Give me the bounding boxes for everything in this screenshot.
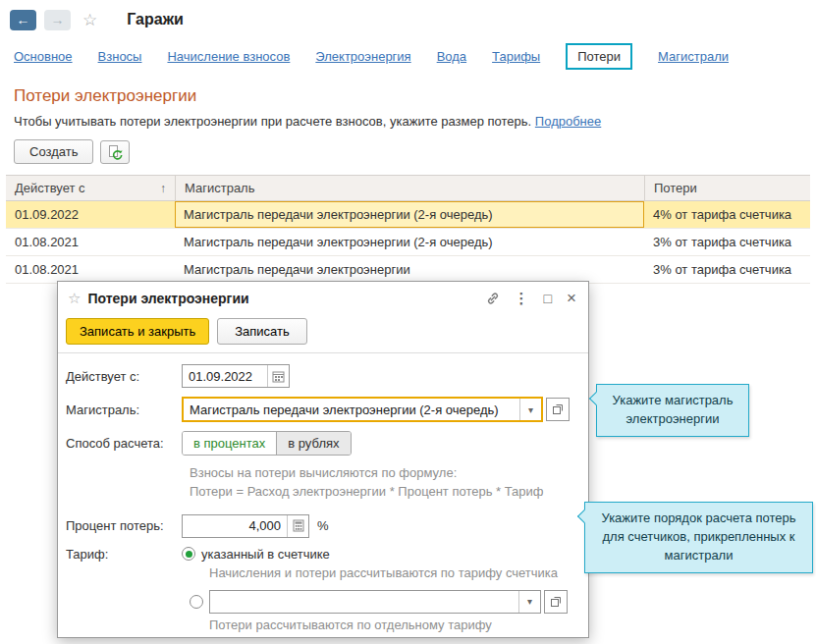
list-toolbar: Создать xyxy=(0,131,816,168)
top-bar: ← → ☆ Гаражи xyxy=(0,0,816,39)
chevron-down-icon: ▾ xyxy=(528,404,533,415)
calendar-button[interactable] xyxy=(267,365,289,387)
method-ruble-option[interactable]: в рублях xyxy=(276,432,350,455)
cell-loss[interactable]: 4% от тарифа счетчика xyxy=(644,201,810,228)
tariff-field-label: Тариф: xyxy=(66,547,182,562)
back-button[interactable]: ← xyxy=(10,10,36,30)
line-field-label: Магистраль: xyxy=(66,402,182,417)
close-button[interactable]: × xyxy=(567,289,576,308)
cell-line[interactable]: Магистраль передачи электроэнергии xyxy=(175,256,644,283)
column-header-loss[interactable]: Потери xyxy=(644,176,810,200)
tooltip-tariff-hint: Укажите порядок расчета потерь для счетч… xyxy=(584,502,813,573)
refresh-list-button[interactable] xyxy=(100,140,130,164)
tariff-custom-input[interactable] xyxy=(210,591,518,613)
cell-date[interactable]: 01.08.2021 xyxy=(6,256,175,283)
calculator-button[interactable] xyxy=(287,515,308,537)
percent-input[interactable] xyxy=(183,515,287,537)
dialog-form: Действует с: Магистраль: xyxy=(58,353,588,644)
tariff-custom-help: Потери рассчитываются по отдельному тари… xyxy=(209,617,580,635)
favorite-star-icon[interactable]: ☆ xyxy=(82,10,97,30)
dialog-header: ☆ Потери электроэнергии ⋮ □ × xyxy=(58,282,588,315)
save-close-button[interactable]: Записать и закрыть xyxy=(66,318,209,345)
percent-field-label: Процент потерь: xyxy=(66,518,182,533)
page-title: Потери электроэнергии xyxy=(0,78,816,108)
favorite-star-icon[interactable]: ☆ xyxy=(68,290,81,307)
column-header-date[interactable]: Действует с ↑ xyxy=(6,176,175,200)
more-link[interactable]: Подробнее xyxy=(535,114,601,129)
tab-mains[interactable]: Магистрали xyxy=(658,49,729,64)
losses-table: Действует с ↑ Магистраль Потери 01.09.20… xyxy=(6,175,810,284)
losses-dialog: ☆ Потери электроэнергии ⋮ □ × Записать и… xyxy=(57,281,589,638)
date-field xyxy=(182,364,290,388)
tab-water[interactable]: Вода xyxy=(437,49,466,64)
tooltip-tariff-hint-text: Укажите порядок расчета потерь для счетч… xyxy=(601,510,795,563)
table-row[interactable]: 01.08.2021 Магистраль передачи электроэн… xyxy=(6,256,810,284)
table-row[interactable]: 01.08.2021 Магистраль передачи электроэн… xyxy=(6,229,810,256)
formula-help-line2: Потери = Расход электроэнергии * Процент… xyxy=(190,483,580,502)
tooltip-arrow xyxy=(589,392,603,405)
percent-field xyxy=(182,514,309,538)
copy-link-button[interactable] xyxy=(486,292,500,305)
tab-electricity[interactable]: Электроэнергия xyxy=(315,49,410,64)
formula-help-line1: Взносы на потери вычисляются по формуле: xyxy=(190,464,580,483)
create-button[interactable]: Создать xyxy=(14,139,93,164)
cell-loss[interactable]: 3% от тарифа счетчика xyxy=(644,256,810,283)
date-field-label: Действует с: xyxy=(66,369,182,384)
back-arrow-icon: ← xyxy=(17,12,30,27)
tariff-custom-field: ▾ xyxy=(209,590,541,614)
open-in-form-icon xyxy=(552,403,564,415)
tab-bar: Основное Взносы Начисление взносов Элект… xyxy=(0,39,816,78)
column-header-line[interactable]: Магистраль xyxy=(175,176,644,200)
forward-button[interactable]: → xyxy=(44,10,71,30)
method-switch: в процентах в рублях xyxy=(182,431,352,456)
open-in-form-icon xyxy=(550,596,562,608)
column-header-date-label: Действует с xyxy=(15,181,85,195)
method-percent-option[interactable]: в процентах xyxy=(183,432,276,455)
cell-line[interactable]: Магистраль передачи электроэнергии (2-я … xyxy=(175,229,644,255)
forward-arrow-icon: → xyxy=(51,12,65,27)
save-button[interactable]: Записать xyxy=(217,318,307,345)
dialog-title: Потери электроэнергии xyxy=(87,291,248,306)
tab-contributions[interactable]: Взносы xyxy=(98,49,142,64)
page-description: Чтобы учитывать потери электроэнергии пр… xyxy=(0,108,816,131)
date-input[interactable] xyxy=(183,365,267,387)
line-input[interactable] xyxy=(184,399,519,420)
cell-line[interactable]: Магистраль передачи электроэнергии (2-я … xyxy=(175,201,644,228)
sort-ascending-icon: ↑ xyxy=(160,182,166,195)
cell-loss[interactable]: 3% от тарифа счетчика xyxy=(644,229,810,255)
table-row[interactable]: 01.09.2022 Магистраль передачи электроэн… xyxy=(6,201,810,229)
tariff-meter-radio[interactable] xyxy=(182,547,195,561)
app-window: ← → ☆ Гаражи Основное Взносы Начисление … xyxy=(0,0,816,644)
formula-help: Взносы на потери вычисляются по формуле:… xyxy=(190,464,580,502)
calendar-icon xyxy=(272,370,285,383)
tariff-dropdown-button[interactable]: ▾ xyxy=(518,591,540,613)
cell-date[interactable]: 01.09.2022 xyxy=(6,201,175,228)
method-field-label: Способ расчета: xyxy=(66,436,182,451)
table-header-row: Действует с ↑ Магистраль Потери xyxy=(6,175,810,201)
tab-contribution-accrual[interactable]: Начисление взносов xyxy=(167,49,290,64)
cell-date[interactable]: 01.08.2021 xyxy=(6,229,175,255)
page-description-text: Чтобы учитывать потери электроэнергии пр… xyxy=(14,114,531,129)
tab-losses[interactable]: Потери xyxy=(566,43,632,70)
chevron-down-icon: ▾ xyxy=(527,596,532,607)
line-dropdown-button[interactable]: ▾ xyxy=(519,399,541,420)
calculator-icon xyxy=(293,519,304,532)
tab-tariffs[interactable]: Тарифы xyxy=(492,49,540,64)
tariff-custom-radio[interactable] xyxy=(190,595,203,609)
tariff-meter-option-label[interactable]: указанный в счетчике xyxy=(201,547,330,562)
tariff-meter-help: Начисления и потери рассчитываются по та… xyxy=(209,564,580,583)
more-menu-button[interactable]: ⋮ xyxy=(515,290,529,307)
tab-main[interactable]: Основное xyxy=(14,49,73,64)
window-title: Гаражи xyxy=(127,11,184,28)
document-refresh-icon xyxy=(107,144,123,160)
maximize-button[interactable]: □ xyxy=(544,291,552,306)
tooltip-line-hint: Укажите магистраль электроэнергии xyxy=(596,384,749,437)
tariff-open-button[interactable] xyxy=(544,590,568,614)
link-icon xyxy=(486,292,500,305)
line-field: ▾ xyxy=(182,397,543,422)
line-open-button[interactable] xyxy=(546,398,570,421)
dialog-toolbar: Записать и закрыть Записать xyxy=(58,315,588,353)
tooltip-line-hint-text: Укажите магистраль электроэнергии xyxy=(613,393,734,426)
dialog-window-controls: ⋮ □ × xyxy=(486,289,576,308)
percent-unit-label: % xyxy=(317,518,329,533)
